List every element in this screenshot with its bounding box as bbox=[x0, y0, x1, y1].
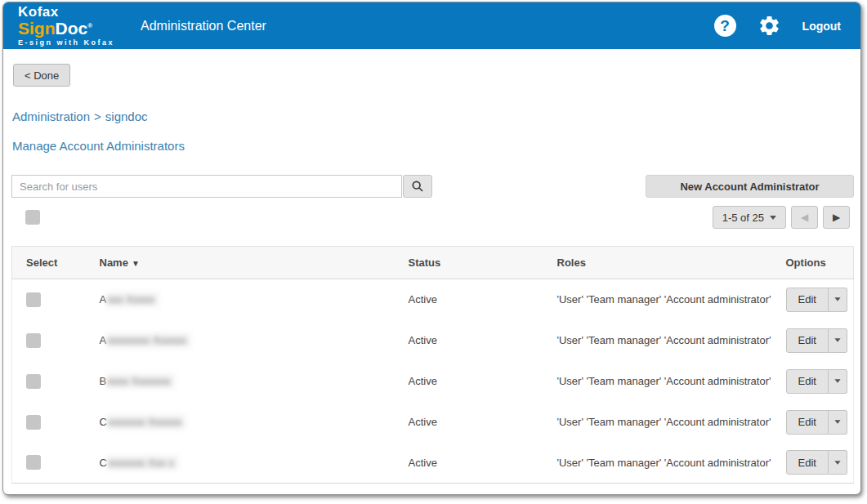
page-range-label: 1-5 of 25 bbox=[722, 212, 764, 224]
user-name-redacted: xxxxxxxx Xxxxxx bbox=[106, 332, 191, 348]
previous-page-button[interactable]: ◀ bbox=[791, 206, 818, 229]
next-page-icon: ▶ bbox=[833, 212, 840, 223]
done-button[interactable]: < Done bbox=[13, 64, 70, 87]
topbar-actions: ? Logout bbox=[714, 14, 841, 38]
logo-tagline: E-sign with Kofax bbox=[18, 39, 114, 47]
status-value: Active bbox=[395, 361, 543, 402]
edit-dropdown-button[interactable] bbox=[829, 288, 847, 312]
edit-dropdown-button[interactable] bbox=[829, 369, 847, 394]
edit-button[interactable]: Edit bbox=[786, 450, 829, 475]
column-header-status: Status bbox=[395, 247, 543, 279]
user-name-redacted: xxxxxxx Xxxxxx bbox=[107, 414, 186, 430]
sort-desc-icon[interactable]: ▼ bbox=[132, 259, 140, 268]
breadcrumb: Administration>signdoc bbox=[12, 109, 860, 123]
edit-dropdown-button[interactable] bbox=[829, 328, 847, 353]
pagination: 1-5 of 25 ◀ ▶ bbox=[713, 206, 850, 229]
top-bar: Kofax SignDoc® E-sign with Kofax Adminis… bbox=[3, 2, 860, 49]
gear-icon[interactable] bbox=[758, 14, 781, 38]
roles-value: 'User' 'Team manager' 'Account administr… bbox=[543, 402, 772, 443]
help-icon[interactable]: ? bbox=[714, 15, 736, 37]
page-title: Manage Account Administrators bbox=[12, 139, 860, 153]
subbar-row: 1-5 of 25 ◀ ▶ bbox=[11, 206, 850, 229]
edit-button[interactable]: Edit bbox=[786, 369, 829, 394]
logo-doc-text: Doc bbox=[56, 19, 88, 38]
caret-down-icon bbox=[834, 379, 840, 383]
column-header-roles: Roles bbox=[543, 247, 772, 279]
status-value: Active bbox=[395, 402, 543, 443]
column-header-name[interactable]: Name▼ bbox=[86, 247, 395, 279]
row-checkbox[interactable] bbox=[26, 455, 41, 470]
search-input[interactable] bbox=[11, 175, 402, 198]
roles-value: 'User' 'Team manager' 'Account administr… bbox=[543, 320, 772, 361]
user-name-initial: C bbox=[100, 416, 107, 428]
caret-down-icon bbox=[834, 461, 840, 465]
row-checkbox[interactable] bbox=[26, 415, 41, 430]
logo-kofax: Kofax bbox=[18, 5, 114, 19]
edit-dropdown-button[interactable] bbox=[829, 450, 847, 475]
app-title: Administration Center bbox=[141, 19, 714, 33]
caret-down-icon bbox=[770, 216, 776, 220]
row-checkbox[interactable] bbox=[26, 333, 41, 348]
user-name-redacted: xxxx Xxxxxxx bbox=[106, 373, 175, 389]
select-all-checkbox[interactable] bbox=[25, 210, 40, 225]
new-account-administrator-button[interactable]: New Account Administrator bbox=[646, 175, 854, 198]
user-name-initial: B bbox=[100, 375, 107, 387]
edit-split-button: Edit bbox=[786, 288, 847, 312]
status-value: Active bbox=[395, 320, 543, 361]
user-name-initial: C bbox=[100, 457, 107, 469]
edit-split-button: Edit bbox=[786, 410, 847, 435]
row-checkbox[interactable] bbox=[26, 374, 41, 389]
user-name-redacted: xxx Xxxxx bbox=[106, 292, 159, 307]
toolbar-row: New Account Administrator bbox=[11, 175, 854, 198]
logo-sign-text: Sign bbox=[18, 19, 56, 38]
caret-down-icon bbox=[834, 420, 840, 424]
registered-mark: ® bbox=[87, 22, 92, 29]
user-name-redacted: xxxxxxx Xxx x bbox=[107, 455, 179, 471]
breadcrumb-signdoc[interactable]: signdoc bbox=[105, 109, 148, 123]
edit-button[interactable]: Edit bbox=[786, 410, 829, 435]
breadcrumb-separator: > bbox=[94, 109, 101, 123]
roles-value: 'User' 'Team manager' 'Account administr… bbox=[543, 361, 772, 402]
breadcrumb-administration[interactable]: Administration bbox=[12, 109, 90, 123]
next-page-button[interactable]: ▶ bbox=[823, 206, 850, 229]
table-row: Bxxxx Xxxxxxx Active 'User' 'Team manage… bbox=[12, 361, 854, 402]
kofax-signdoc-logo: Kofax SignDoc® E-sign with Kofax bbox=[18, 5, 114, 47]
roles-value: 'User' 'Team manager' 'Account administr… bbox=[543, 443, 772, 484]
caret-down-icon bbox=[834, 298, 840, 302]
column-header-select: Select bbox=[12, 247, 86, 279]
table-header-row: Select Name▼ Status Roles Options bbox=[12, 247, 854, 279]
administrators-table: Select Name▼ Status Roles Options Axxx X… bbox=[11, 246, 854, 484]
table-row: Cxxxxxxx Xxx x Active 'User' 'Team manag… bbox=[12, 443, 854, 484]
edit-split-button: Edit bbox=[786, 369, 847, 394]
table-row: Axxxxxxxx Xxxxxx Active 'User' 'Team man… bbox=[12, 320, 854, 361]
status-value: Active bbox=[395, 279, 543, 320]
edit-button[interactable]: Edit bbox=[786, 288, 829, 312]
column-header-options: Options bbox=[772, 247, 854, 279]
edit-split-button: Edit bbox=[786, 328, 847, 353]
app-window: Kofax SignDoc® E-sign with Kofax Adminis… bbox=[2, 2, 861, 495]
edit-dropdown-button[interactable] bbox=[829, 410, 847, 435]
logout-button[interactable]: Logout bbox=[802, 20, 841, 33]
table-row: Cxxxxxxx Xxxxxx Active 'User' 'Team mana… bbox=[12, 402, 854, 443]
caret-down-icon bbox=[834, 338, 840, 342]
user-name-initial: A bbox=[100, 293, 107, 306]
search-icon bbox=[411, 180, 424, 193]
logo-signdoc: SignDoc® bbox=[18, 20, 114, 37]
page-range-dropdown[interactable]: 1-5 of 25 bbox=[713, 206, 786, 229]
edit-button[interactable]: Edit bbox=[786, 328, 829, 353]
search-button[interactable] bbox=[403, 175, 432, 198]
roles-value: 'User' 'Team manager' 'Account administr… bbox=[543, 279, 772, 320]
row-checkbox[interactable] bbox=[26, 292, 41, 307]
edit-split-button: Edit bbox=[786, 450, 847, 475]
user-name-initial: A bbox=[100, 334, 107, 346]
table-row: Axxx Xxxxx Active 'User' 'Team manager' … bbox=[12, 279, 854, 320]
column-header-name-label: Name bbox=[100, 256, 128, 269]
status-value: Active bbox=[395, 443, 543, 484]
previous-page-icon: ◀ bbox=[801, 212, 808, 223]
